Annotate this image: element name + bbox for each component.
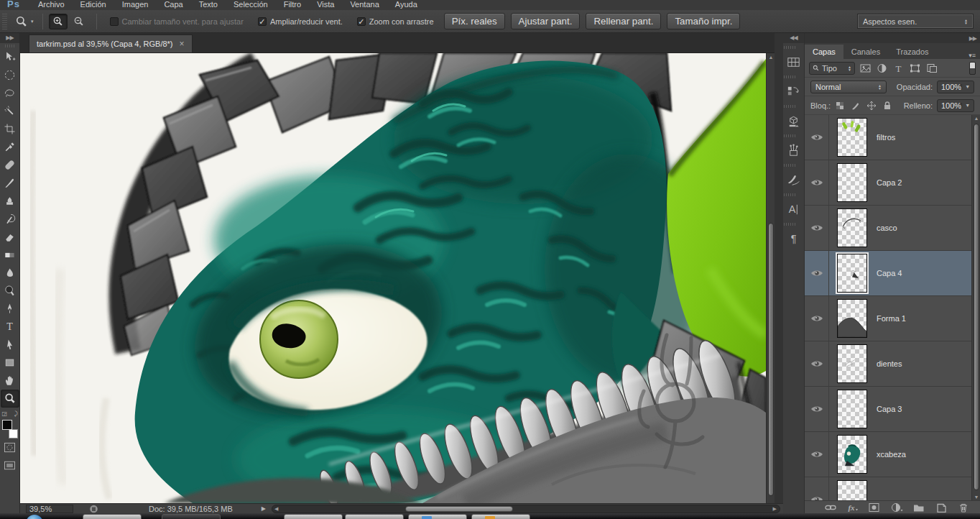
panel-gripper[interactable]: [784, 164, 797, 167]
document-tab[interactable]: tarkrim.psd al 39,5% (Capa 4, RGB/8*) ×: [29, 35, 193, 52]
layer-thumbnail[interactable]: [837, 254, 867, 293]
workspace-selector[interactable]: Aspectos esen. ▲▼: [858, 14, 973, 28]
tools-collapse-button[interactable]: ▶▶: [0, 33, 19, 43]
layer-visibility-toggle[interactable]: [805, 432, 829, 477]
panel-brush-presets-button[interactable]: [784, 139, 804, 161]
tool-type[interactable]: T: [1, 318, 19, 336]
lock-all-button[interactable]: [882, 101, 892, 111]
status-flyout-icon[interactable]: ▶: [262, 505, 266, 512]
layer-thumbnail[interactable]: [837, 390, 867, 428]
tab-canales[interactable]: Canales: [843, 45, 888, 59]
tool-crop[interactable]: [1, 120, 19, 138]
layer-visibility-toggle[interactable]: [805, 206, 829, 250]
tool-clone-stamp[interactable]: [1, 192, 19, 210]
filter-type-layers-icon[interactable]: T: [893, 63, 905, 73]
canvas-artwork[interactable]: [20, 53, 766, 503]
color-swatches[interactable]: [2, 420, 18, 438]
horizontal-scroll-thumb[interactable]: [405, 506, 513, 512]
layer-thumbnail[interactable]: [837, 480, 867, 500]
panel-gripper[interactable]: [784, 75, 797, 78]
layers-scroll-thumb[interactable]: [974, 124, 979, 490]
zoom-all-windows-option[interactable]: ✓ Ampliar/reducir vent.: [258, 17, 343, 26]
filter-shape-layers-icon[interactable]: [910, 63, 921, 73]
fx-button[interactable]: fx: [846, 502, 859, 513]
blend-mode-select[interactable]: Normal ▲▼: [810, 81, 887, 93]
panel-paragraph-button[interactable]: ¶: [784, 228, 804, 249]
mask-button[interactable]: [868, 502, 881, 513]
layer-row-filtros[interactable]: filtros: [805, 115, 971, 160]
layer-row-capa-2[interactable]: Capa 2: [805, 160, 971, 206]
menu-ventana[interactable]: Ventana: [342, 0, 387, 9]
zoom-level-field[interactable]: 39,5%: [26, 505, 73, 513]
tool-lasso[interactable]: [1, 84, 19, 102]
layer-row-xcabeza[interactable]: xcabeza: [805, 432, 971, 477]
layer-thumbnail[interactable]: [837, 435, 867, 474]
zoom-out-button[interactable]: [70, 14, 88, 29]
tool-marquee[interactable]: [1, 66, 19, 84]
lock-transparency-button[interactable]: [835, 101, 845, 111]
tool-eyedropper[interactable]: [1, 138, 19, 156]
layer-visibility-toggle[interactable]: [805, 296, 829, 341]
layer-thumbnail[interactable]: [837, 208, 867, 247]
panel-3d-button[interactable]: [784, 110, 804, 132]
canvas-horizontal-scrollbar[interactable]: ◀ ▶: [272, 505, 780, 513]
layer-row-capa-3[interactable]: Capa 3: [805, 387, 971, 432]
quick-mask-button[interactable]: [1, 438, 19, 456]
foreground-color-swatch[interactable]: [2, 420, 12, 430]
menu-selección[interactable]: Selección: [226, 0, 276, 9]
menu-capa[interactable]: Capa: [156, 0, 190, 9]
tool-smudge[interactable]: [1, 264, 19, 282]
zoom-all-windows-checkbox[interactable]: ✓: [258, 17, 267, 26]
lock-pixels-button[interactable]: [851, 101, 861, 111]
panel-gripper[interactable]: [784, 223, 797, 226]
layer-row-forma-1[interactable]: Forma 1: [805, 296, 971, 341]
layer-visibility-toggle[interactable]: [805, 477, 829, 500]
scroll-right-icon[interactable]: ▶: [771, 506, 779, 512]
panel-gripper[interactable]: [784, 105, 797, 108]
layer-visibility-toggle[interactable]: [805, 160, 829, 205]
panel-character-button[interactable]: A: [784, 198, 804, 220]
taskbar-button[interactable]: [345, 514, 404, 519]
tool-hand[interactable]: [1, 372, 19, 390]
scrubby-zoom-option[interactable]: ✓ Zoom con arrastre: [357, 17, 434, 26]
tool-brush[interactable]: [1, 174, 19, 192]
print-size-button[interactable]: Tamaño impr.: [667, 13, 740, 29]
zoom-tool-badge[interactable]: ▾: [11, 13, 37, 30]
tool-shape[interactable]: [1, 354, 19, 372]
tab-trazados[interactable]: Trazados: [888, 45, 936, 59]
menu-ayuda[interactable]: Ayuda: [387, 0, 425, 9]
actual-pixels-button[interactable]: Píx. reales: [444, 13, 505, 29]
scroll-up-icon[interactable]: ▲: [972, 116, 980, 121]
scroll-up-icon[interactable]: ▲: [768, 55, 774, 60]
tool-gradient[interactable]: [1, 246, 19, 264]
resize-windows-option[interactable]: Cambiar tamaño vent. para ajustar: [110, 17, 244, 26]
fill-input[interactable]: 100% ▼: [937, 99, 974, 112]
menu-vista[interactable]: Vista: [309, 0, 342, 9]
fill-screen-button[interactable]: Rellenar pant.: [586, 13, 661, 29]
zoom-in-button[interactable]: [49, 14, 68, 29]
taskbar-button[interactable]: [471, 514, 530, 519]
panel-brushes-button[interactable]: [784, 169, 804, 190]
layer-row-capa-4[interactable]: Capa 4: [805, 251, 971, 296]
layer-thumbnail[interactable]: [837, 344, 867, 383]
status-popup-icon[interactable]: [89, 505, 98, 513]
new-layer-button[interactable]: [935, 502, 948, 513]
screen-mode-button[interactable]: [1, 456, 19, 474]
layer-row-casco[interactable]: casco: [805, 206, 971, 251]
menu-texto[interactable]: Texto: [191, 0, 226, 9]
tool-zoom[interactable]: [1, 390, 19, 408]
tool-history-brush[interactable]: [1, 210, 19, 228]
filtering-toggle[interactable]: [969, 62, 976, 75]
layer-thumbnail[interactable]: [837, 299, 867, 338]
tool-move[interactable]: [1, 48, 19, 66]
filter-smart-objects-icon[interactable]: [926, 63, 938, 73]
panel-expand-button[interactable]: ▶▶: [805, 33, 980, 43]
layer-visibility-toggle[interactable]: [805, 341, 829, 386]
opacity-input[interactable]: 100% ▼: [937, 81, 974, 93]
link-button[interactable]: [823, 502, 836, 513]
tool-preset-caret-icon[interactable]: ▾: [31, 19, 34, 24]
layers-scrollbar[interactable]: ▲ ▼: [971, 115, 980, 500]
close-tab-icon[interactable]: ×: [180, 40, 185, 47]
panel-gripper[interactable]: [784, 193, 797, 196]
delete-button[interactable]: [957, 502, 970, 513]
